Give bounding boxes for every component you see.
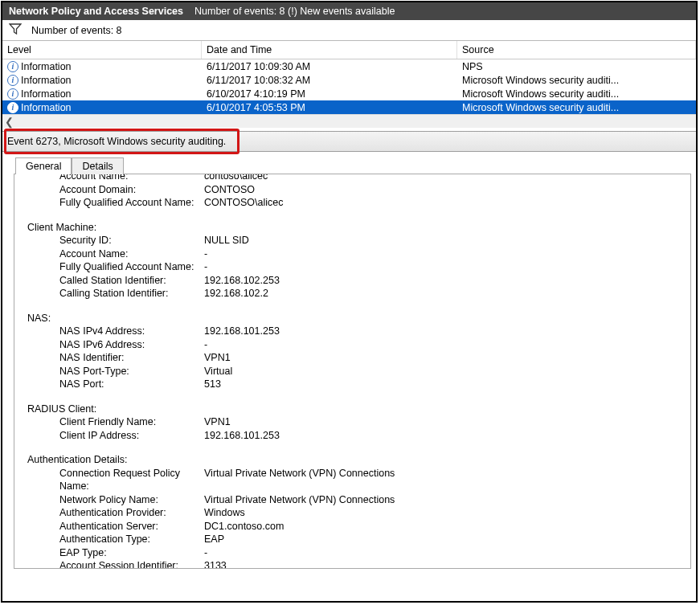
app-title: Network Policy and Access Services: [9, 6, 194, 17]
detail-key: Authentication Server:: [27, 520, 204, 533]
event-count-status: Number of events: 8 (!) New events avail…: [194, 6, 395, 17]
detail-value: CONTOSO: [204, 183, 686, 197]
cell-date: 6/11/2017 10:09:30 AM: [203, 61, 459, 72]
info-icon: i: [7, 75, 18, 86]
event-grid: Level Date and Time Source iInformation6…: [2, 41, 696, 128]
table-row[interactable]: iInformation6/10/2017 4:05:53 PMMicrosof…: [2, 100, 696, 114]
cell-source: NPS: [459, 61, 696, 72]
horizontal-scrollbar[interactable]: ❮: [2, 114, 696, 128]
detail-key: Authentication Provider:: [27, 506, 204, 520]
event-header-text: Event 6273, Microsoft Windows security a…: [7, 136, 226, 147]
cell-source: Microsoft Windows security auditi...: [459, 75, 696, 86]
detail-key: Calling Station Identifier:: [27, 287, 204, 300]
detail-value: 3133: [204, 559, 686, 569]
scroll-left-icon[interactable]: ❮: [2, 115, 16, 129]
filter-bar: Number of events: 8: [2, 20, 696, 41]
detail-key: Account Name:: [27, 174, 204, 183]
detail-section-title: Client Machine:: [27, 221, 686, 235]
detail-value: -: [204, 546, 686, 560]
detail-key: Connection Request Policy Name:: [27, 467, 204, 493]
detail-value: Virtual Private Network (VPN) Connection…: [204, 493, 686, 507]
detail-value: VPN1: [204, 351, 686, 365]
detail-value: -: [204, 247, 686, 261]
cell-source: Microsoft Windows security auditi...: [459, 102, 696, 113]
detail-value: DC1.contoso.com: [204, 520, 686, 533]
detail-key: EAP Type:: [27, 546, 204, 560]
detail-key: Client IP Address:: [27, 429, 204, 443]
detail-value: CONTOSO\alicec: [204, 196, 686, 210]
tab-panel: Account Name:contoso\alicecAccount Domai…: [14, 174, 691, 569]
detail-key: NAS Identifier:: [27, 351, 204, 365]
detail-key: NAS IPv4 Address:: [27, 325, 204, 338]
detail-key: Account Domain:: [27, 183, 204, 197]
detail-key: Client Friendly Name:: [27, 415, 204, 429]
detail-key: Account Session Identifier:: [27, 559, 204, 569]
cell-date: 6/10/2017 4:05:53 PM: [203, 102, 459, 113]
column-header-date[interactable]: Date and Time: [202, 41, 457, 59]
detail-value: 192.168.102.253: [204, 274, 686, 288]
detail-key: NAS Port-Type:: [27, 365, 204, 378]
info-icon: i: [7, 102, 18, 113]
grid-header: Level Date and Time Source: [2, 41, 696, 59]
detail-value: contoso\alicec: [204, 174, 686, 183]
tab-details[interactable]: Details: [72, 157, 123, 174]
detail-key: Fully Qualified Account Name:: [27, 196, 204, 210]
table-row[interactable]: iInformation6/11/2017 10:08:32 AMMicroso…: [2, 73, 696, 87]
filter-text: Number of events: 8: [31, 25, 122, 36]
detail-value: 192.168.101.253: [204, 429, 686, 443]
detail-value: -: [204, 338, 686, 352]
detail-value: 192.168.102.2: [204, 287, 686, 300]
filter-icon[interactable]: [9, 23, 22, 37]
column-header-source[interactable]: Source: [457, 41, 696, 59]
detail-key: Security ID:: [27, 234, 204, 247]
detail-key: NAS IPv6 Address:: [27, 338, 204, 352]
cell-level: Information: [21, 88, 72, 100]
detail-section-title: Authentication Details:: [27, 453, 686, 467]
tab-general[interactable]: General: [15, 157, 72, 174]
cell-level: Information: [21, 102, 72, 113]
detail-section-title: RADIUS Client:: [27, 403, 686, 416]
cell-date: 6/10/2017 4:10:19 PM: [203, 88, 459, 100]
detail-value: 192.168.101.253: [204, 325, 686, 338]
detail-key: Account Name:: [27, 247, 204, 261]
detail-key: Called Station Identifier:: [27, 274, 204, 288]
cell-level: Information: [21, 75, 72, 86]
detail-value: NULL SID: [204, 234, 686, 247]
detail-key: Authentication Type:: [27, 533, 204, 546]
table-row[interactable]: iInformation6/11/2017 10:09:30 AMNPS: [2, 59, 696, 73]
detail-key: Fully Qualified Account Name:: [27, 260, 204, 274]
table-row[interactable]: iInformation6/10/2017 4:10:19 PMMicrosof…: [2, 87, 696, 100]
detail-section-title: NAS:: [27, 312, 686, 325]
detail-value: Windows: [204, 506, 686, 520]
event-header-bar[interactable]: Event 6273, Microsoft Windows security a…: [2, 131, 696, 152]
cell-date: 6/11/2017 10:08:32 AM: [203, 75, 459, 86]
detail-key: NAS Port:: [27, 378, 204, 391]
column-header-level[interactable]: Level: [2, 41, 202, 59]
detail-value: -: [204, 260, 686, 274]
cell-source: Microsoft Windows security auditi...: [459, 88, 696, 100]
tab-strip: General Details: [2, 152, 696, 174]
detail-key: Network Policy Name:: [27, 493, 204, 507]
detail-value: VPN1: [204, 415, 686, 429]
detail-value: 513: [204, 378, 686, 391]
info-icon: i: [7, 61, 18, 72]
detail-value: Virtual Private Network (VPN) Connection…: [204, 467, 686, 493]
detail-value: Virtual: [204, 365, 686, 378]
cell-level: Information: [21, 61, 72, 72]
detail-value: EAP: [204, 533, 686, 546]
info-icon: i: [7, 88, 18, 100]
titlebar: Network Policy and Access Services Numbe…: [2, 2, 696, 20]
